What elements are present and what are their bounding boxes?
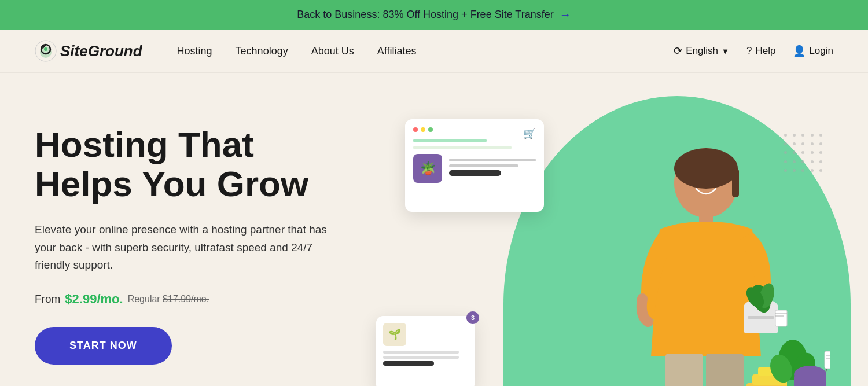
logo-text: SiteGround (60, 42, 142, 60)
svg-rect-11 (748, 316, 774, 319)
hero-title: Hosting That Helps You Grow (35, 125, 370, 204)
price-from-label: From (35, 293, 60, 306)
browser-dots (413, 127, 536, 132)
nav-right: ⟳ English ▼ ? Help 👤 Login (674, 45, 833, 57)
price-amount: $2.99/mo. (65, 292, 123, 307)
svg-rect-7 (732, 168, 739, 197)
hero-price: From $2.99/mo. Regular $17.99/mo. (35, 292, 370, 307)
svg-point-6 (674, 148, 738, 189)
svg-rect-27 (825, 351, 830, 369)
plant-icon: 🪴 (413, 154, 442, 183)
login-label: Login (809, 45, 833, 57)
promo-banner[interactable]: Back to Business: 83% Off Hosting + Free… (0, 0, 868, 30)
svg-rect-17 (775, 310, 787, 326)
nav-affiliates[interactable]: Affiliates (377, 45, 417, 57)
cart-icon: 🛒 (523, 127, 536, 140)
help-icon: ? (746, 45, 752, 57)
help-label: Help (755, 45, 775, 57)
price-regular: Regular $17.99/mo. (128, 294, 209, 304)
nav-links: Hosting Technology About Us Affiliates (177, 45, 651, 57)
language-label: English (686, 45, 718, 57)
browser-illustration: 🪴 (413, 154, 536, 183)
svg-rect-25 (794, 374, 826, 386)
navbar: SiteGround Hosting Technology About Us A… (0, 30, 868, 73)
nav-technology[interactable]: Technology (236, 45, 288, 57)
svg-point-3 (44, 47, 47, 51)
hero-subtitle: Elevate your online presence with a host… (35, 221, 336, 274)
svg-rect-16 (706, 354, 744, 386)
translate-icon: ⟳ (674, 45, 682, 57)
browser-card: 🛒 🪴 (405, 119, 544, 212)
browser-text-lines (449, 159, 536, 179)
user-icon: 👤 (793, 45, 806, 57)
chevron-down-icon: ▼ (722, 47, 729, 56)
nav-about[interactable]: About Us (311, 45, 354, 57)
login-button[interactable]: 👤 Login (793, 45, 833, 57)
start-now-button[interactable]: START NOW (35, 327, 172, 365)
person-svg (590, 137, 799, 386)
banner-arrow-icon: → (560, 8, 571, 21)
nav-hosting[interactable]: Hosting (177, 45, 212, 57)
banner-text: Back to Business: 83% Off Hosting + Free… (297, 9, 553, 21)
hero-section: Hosting That Helps You Grow Elevate your… (0, 73, 868, 386)
hero-content: Hosting That Helps You Grow Elevate your… (35, 108, 370, 365)
original-price: $17.99/mo. (163, 294, 209, 304)
svg-rect-15 (665, 354, 703, 386)
help-button[interactable]: ? Help (746, 45, 775, 57)
small-plant-icon: 🌱 (383, 323, 406, 346)
deco-pot-purple (790, 343, 830, 386)
small-product-card: 3 🌱 (376, 316, 475, 386)
hero-illustration: 🛒 🪴 3 🌱 (370, 108, 833, 386)
logo-icon (35, 40, 57, 62)
notification-badge: 3 (466, 311, 479, 324)
logo[interactable]: SiteGround (35, 40, 142, 62)
language-selector[interactable]: ⟳ English ▼ (674, 45, 729, 57)
